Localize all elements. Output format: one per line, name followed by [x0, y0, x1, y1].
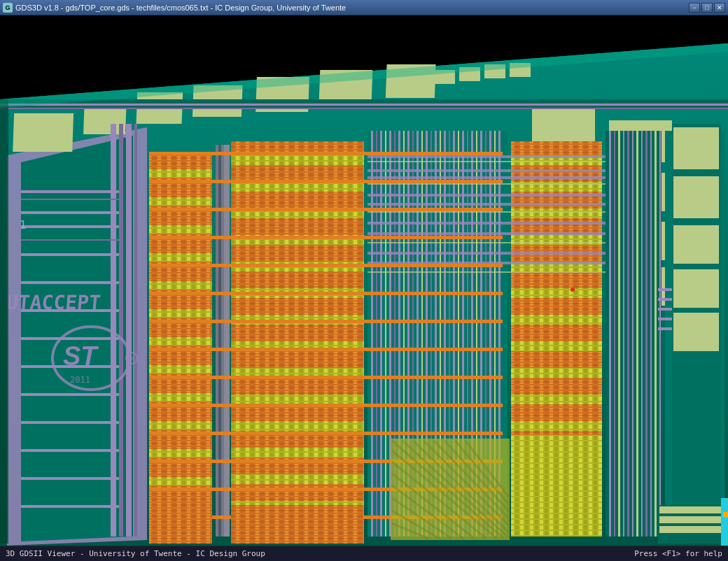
svg-rect-174 [149, 180, 503, 183]
svg-rect-138 [650, 131, 652, 537]
svg-rect-61 [149, 337, 212, 346]
svg-rect-42 [21, 393, 119, 396]
svg-rect-170 [368, 252, 606, 255]
svg-rect-158 [0, 108, 728, 109]
svg-text:UTACCEPT: UTACCEPT [6, 291, 102, 314]
svg-rect-161 [368, 169, 606, 172]
title-buttons[interactable]: − □ ✕ [689, 3, 725, 13]
svg-rect-70 [224, 145, 230, 537]
svg-rect-65 [149, 449, 212, 457]
svg-rect-164 [368, 194, 606, 197]
svg-text:ST: ST [63, 341, 99, 371]
svg-rect-73 [231, 182, 364, 192]
svg-rect-32 [21, 190, 119, 193]
svg-rect-81 [231, 395, 364, 404]
svg-rect-125 [511, 368, 602, 378]
chip-canvas: UTACCEPT ST R 2011 1 [0, 15, 728, 546]
status-bar: 3D GDSII Viewer - University of Twente -… [0, 546, 728, 561]
svg-rect-129 [609, 131, 611, 537]
svg-rect-195 [658, 288, 672, 291]
svg-rect-207 [231, 505, 364, 544]
svg-rect-64 [149, 421, 212, 429]
svg-rect-43 [21, 421, 119, 424]
svg-rect-160 [368, 161, 606, 162]
svg-rect-88 [376, 131, 377, 537]
maximize-button[interactable]: □ [701, 3, 713, 13]
svg-rect-90 [385, 131, 386, 537]
svg-rect-29 [119, 124, 123, 537]
svg-rect-60 [149, 309, 212, 318]
svg-rect-127 [511, 421, 602, 431]
svg-rect-66 [149, 477, 212, 485]
svg-rect-34 [21, 211, 119, 214]
svg-rect-175 [149, 208, 503, 211]
svg-rect-119 [511, 208, 602, 218]
svg-rect-173 [149, 152, 503, 155]
svg-rect-31 [134, 124, 137, 537]
svg-rect-197 [658, 308, 672, 311]
svg-rect-134 [632, 131, 634, 537]
svg-rect-126 [511, 395, 602, 404]
svg-rect-157 [0, 104, 728, 106]
minimize-button[interactable]: − [689, 3, 700, 13]
svg-rect-182 [149, 404, 503, 407]
svg-rect-89 [380, 131, 382, 537]
svg-rect-38 [21, 281, 119, 284]
svg-rect-199 [658, 327, 672, 330]
svg-rect-159 [368, 155, 606, 158]
svg-rect-152 [673, 176, 719, 218]
svg-rect-59 [149, 281, 212, 290]
svg-rect-83 [231, 448, 364, 457]
svg-rect-180 [149, 348, 503, 351]
svg-rect-169 [368, 242, 606, 243]
svg-rect-36 [21, 239, 119, 241]
status-left-text: 3D GDSII Viewer - University of Twente -… [6, 549, 265, 558]
svg-rect-16 [13, 113, 74, 152]
svg-rect-192 [659, 506, 722, 513]
svg-rect-87 [371, 131, 373, 537]
svg-rect-35 [21, 225, 119, 228]
svg-rect-198 [658, 318, 672, 320]
svg-rect-155 [673, 313, 719, 351]
svg-rect-131 [618, 131, 620, 537]
svg-text:2011: 2011 [70, 375, 90, 385]
viewport[interactable]: UTACCEPT ST R 2011 1 [0, 15, 728, 546]
svg-rect-178 [149, 292, 503, 295]
svg-rect-136 [641, 131, 643, 537]
svg-rect-33 [21, 199, 119, 200]
svg-rect-151 [673, 127, 719, 169]
svg-rect-58 [149, 253, 212, 262]
svg-rect-163 [368, 183, 606, 185]
svg-rect-181 [149, 376, 503, 379]
svg-rect-183 [149, 432, 503, 435]
svg-rect-165 [368, 203, 606, 206]
svg-rect-203 [723, 520, 728, 526]
svg-rect-154 [673, 269, 719, 308]
close-button[interactable]: ✕ [714, 3, 725, 13]
ic-svg: UTACCEPT ST R 2011 1 [0, 15, 728, 546]
svg-rect-122 [511, 288, 602, 298]
svg-rect-46 [21, 505, 119, 508]
svg-rect-168 [368, 232, 606, 235]
app-icon: G [3, 3, 13, 13]
svg-rect-166 [368, 211, 606, 213]
svg-rect-202 [723, 512, 728, 518]
title-bar-left: G GDS3D v1.8 - gds/TOP_core.gds - techfi… [3, 3, 346, 13]
svg-rect-140 [659, 131, 661, 537]
svg-rect-153 [673, 225, 719, 264]
svg-rect-206 [149, 505, 212, 544]
svg-rect-133 [627, 131, 629, 537]
svg-rect-69 [218, 145, 221, 537]
svg-rect-40 [21, 337, 119, 340]
title-bar: G GDS3D v1.8 - gds/TOP_core.gds - techfi… [0, 0, 728, 15]
svg-rect-196 [658, 298, 672, 301]
svg-rect-62 [149, 365, 212, 374]
svg-rect-130 [614, 131, 615, 537]
svg-rect-55 [149, 169, 212, 178]
svg-rect-194 [659, 526, 722, 533]
svg-rect-135 [636, 131, 638, 537]
svg-rect-72 [231, 155, 364, 165]
svg-rect-167 [368, 222, 606, 225]
title-text: GDS3D v1.8 - gds/TOP_core.gds - techfile… [15, 3, 346, 12]
svg-rect-208 [511, 435, 602, 537]
